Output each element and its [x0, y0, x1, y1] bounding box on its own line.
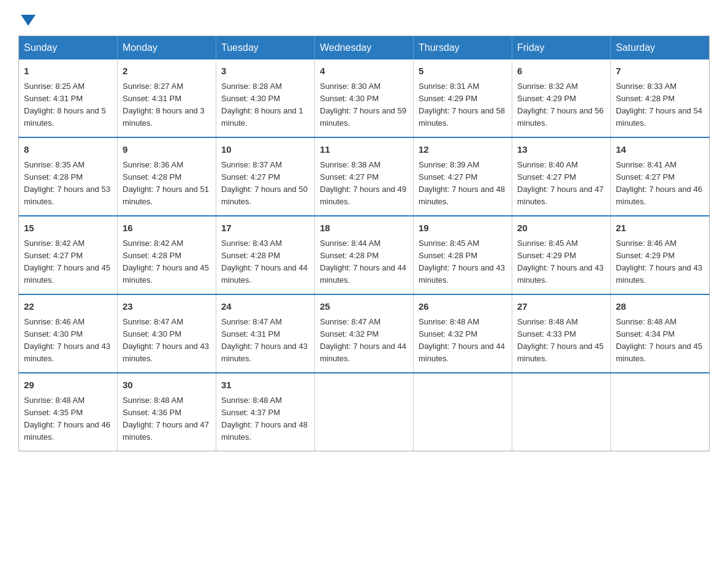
calendar-cell: 16Sunrise: 8:42 AMSunset: 4:28 PMDayligh…	[118, 216, 216, 294]
calendar-cell: 7Sunrise: 8:33 AMSunset: 4:28 PMDaylight…	[611, 59, 710, 137]
day-number: 20	[517, 221, 605, 236]
day-number: 21	[616, 221, 704, 236]
calendar-table: SundayMondayTuesdayWednesdayThursdayFrid…	[18, 36, 710, 451]
day-number: 10	[221, 143, 309, 157]
day-number: 11	[320, 143, 408, 157]
day-number: 7	[616, 64, 704, 79]
day-info: Sunrise: 8:28 AMSunset: 4:30 PMDaylight:…	[221, 82, 303, 128]
calendar-cell: 18Sunrise: 8:44 AMSunset: 4:28 PMDayligh…	[315, 216, 414, 294]
day-info: Sunrise: 8:30 AMSunset: 4:30 PMDaylight:…	[320, 82, 406, 128]
calendar-week-row: 8Sunrise: 8:35 AMSunset: 4:28 PMDaylight…	[19, 137, 710, 216]
day-info: Sunrise: 8:41 AMSunset: 4:27 PMDaylight:…	[616, 160, 702, 206]
day-info: Sunrise: 8:38 AMSunset: 4:27 PMDaylight:…	[320, 160, 406, 206]
calendar-cell: 29Sunrise: 8:48 AMSunset: 4:35 PMDayligh…	[19, 373, 118, 451]
day-number: 18	[320, 221, 408, 236]
calendar-cell: 10Sunrise: 8:37 AMSunset: 4:27 PMDayligh…	[216, 137, 315, 216]
day-number: 26	[419, 300, 507, 314]
day-info: Sunrise: 8:37 AMSunset: 4:27 PMDaylight:…	[221, 160, 308, 206]
day-number: 22	[24, 300, 112, 314]
day-info: Sunrise: 8:40 AMSunset: 4:27 PMDaylight:…	[517, 160, 604, 206]
day-number: 2	[123, 64, 211, 79]
day-info: Sunrise: 8:39 AMSunset: 4:27 PMDaylight:…	[419, 160, 505, 206]
calendar-cell: 15Sunrise: 8:42 AMSunset: 4:27 PMDayligh…	[19, 216, 118, 294]
calendar-cell: 2Sunrise: 8:27 AMSunset: 4:31 PMDaylight…	[118, 59, 216, 137]
calendar-cell: 23Sunrise: 8:47 AMSunset: 4:30 PMDayligh…	[118, 294, 216, 373]
day-info: Sunrise: 8:36 AMSunset: 4:28 PMDaylight:…	[123, 160, 209, 206]
day-number: 6	[517, 64, 605, 79]
col-header-tuesday: Tuesday	[216, 36, 315, 60]
logo	[18, 12, 36, 23]
day-info: Sunrise: 8:48 AMSunset: 4:37 PMDaylight:…	[221, 396, 308, 442]
day-number: 13	[517, 143, 605, 157]
calendar-cell: 21Sunrise: 8:46 AMSunset: 4:29 PMDayligh…	[611, 216, 710, 294]
day-info: Sunrise: 8:31 AMSunset: 4:29 PMDaylight:…	[419, 82, 505, 128]
calendar-cell: 25Sunrise: 8:47 AMSunset: 4:32 PMDayligh…	[315, 294, 414, 373]
calendar-cell: 27Sunrise: 8:48 AMSunset: 4:33 PMDayligh…	[512, 294, 611, 373]
day-info: Sunrise: 8:35 AMSunset: 4:28 PMDaylight:…	[24, 160, 110, 206]
day-number: 8	[24, 143, 112, 157]
day-info: Sunrise: 8:45 AMSunset: 4:29 PMDaylight:…	[517, 239, 604, 285]
day-info: Sunrise: 8:33 AMSunset: 4:28 PMDaylight:…	[616, 82, 702, 128]
day-number: 29	[24, 378, 112, 393]
day-number: 16	[123, 221, 211, 236]
calendar-cell: 1Sunrise: 8:25 AMSunset: 4:31 PMDaylight…	[19, 59, 118, 137]
calendar-cell: 26Sunrise: 8:48 AMSunset: 4:32 PMDayligh…	[414, 294, 512, 373]
day-info: Sunrise: 8:47 AMSunset: 4:30 PMDaylight:…	[123, 317, 209, 363]
day-info: Sunrise: 8:32 AMSunset: 4:29 PMDaylight:…	[517, 82, 604, 128]
calendar-cell: 24Sunrise: 8:47 AMSunset: 4:31 PMDayligh…	[216, 294, 315, 373]
day-number: 28	[616, 300, 704, 314]
day-info: Sunrise: 8:27 AMSunset: 4:31 PMDaylight:…	[123, 82, 205, 128]
day-number: 30	[123, 378, 211, 393]
day-number: 5	[419, 64, 507, 79]
calendar-cell: 22Sunrise: 8:46 AMSunset: 4:30 PMDayligh…	[19, 294, 118, 373]
day-number: 15	[24, 221, 112, 236]
calendar-cell: 13Sunrise: 8:40 AMSunset: 4:27 PMDayligh…	[512, 137, 611, 216]
day-info: Sunrise: 8:48 AMSunset: 4:33 PMDaylight:…	[517, 317, 604, 363]
calendar-week-row: 15Sunrise: 8:42 AMSunset: 4:27 PMDayligh…	[19, 216, 710, 294]
calendar-cell	[512, 373, 611, 451]
day-number: 31	[221, 378, 309, 393]
calendar-cell: 8Sunrise: 8:35 AMSunset: 4:28 PMDaylight…	[19, 137, 118, 216]
day-info: Sunrise: 8:48 AMSunset: 4:35 PMDaylight:…	[24, 396, 110, 442]
calendar-cell: 4Sunrise: 8:30 AMSunset: 4:30 PMDaylight…	[315, 59, 414, 137]
day-number: 1	[24, 64, 112, 79]
day-number: 19	[419, 221, 507, 236]
day-info: Sunrise: 8:48 AMSunset: 4:32 PMDaylight:…	[419, 317, 505, 363]
day-info: Sunrise: 8:45 AMSunset: 4:28 PMDaylight:…	[419, 239, 505, 285]
day-info: Sunrise: 8:42 AMSunset: 4:28 PMDaylight:…	[123, 239, 209, 285]
day-info: Sunrise: 8:44 AMSunset: 4:28 PMDaylight:…	[320, 239, 406, 285]
calendar-cell: 5Sunrise: 8:31 AMSunset: 4:29 PMDaylight…	[414, 59, 512, 137]
day-info: Sunrise: 8:46 AMSunset: 4:29 PMDaylight:…	[616, 239, 702, 285]
day-number: 27	[517, 300, 605, 314]
calendar-week-row: 29Sunrise: 8:48 AMSunset: 4:35 PMDayligh…	[19, 373, 710, 451]
day-number: 9	[123, 143, 211, 157]
day-number: 14	[616, 143, 704, 157]
col-header-sunday: Sunday	[19, 36, 118, 60]
col-header-saturday: Saturday	[611, 36, 710, 60]
calendar-cell	[611, 373, 710, 451]
day-number: 3	[221, 64, 309, 79]
day-info: Sunrise: 8:47 AMSunset: 4:31 PMDaylight:…	[221, 317, 308, 363]
day-info: Sunrise: 8:47 AMSunset: 4:32 PMDaylight:…	[320, 317, 406, 363]
calendar-cell	[315, 373, 414, 451]
calendar-cell: 17Sunrise: 8:43 AMSunset: 4:28 PMDayligh…	[216, 216, 315, 294]
calendar-cell: 9Sunrise: 8:36 AMSunset: 4:28 PMDaylight…	[118, 137, 216, 216]
day-info: Sunrise: 8:46 AMSunset: 4:30 PMDaylight:…	[24, 317, 110, 363]
day-info: Sunrise: 8:42 AMSunset: 4:27 PMDaylight:…	[24, 239, 110, 285]
day-number: 12	[419, 143, 507, 157]
page-header	[18, 12, 710, 23]
col-header-wednesday: Wednesday	[315, 36, 414, 60]
logo-arrow-icon	[21, 15, 36, 26]
calendar-cell: 20Sunrise: 8:45 AMSunset: 4:29 PMDayligh…	[512, 216, 611, 294]
calendar-cell: 31Sunrise: 8:48 AMSunset: 4:37 PMDayligh…	[216, 373, 315, 451]
calendar-header-row: SundayMondayTuesdayWednesdayThursdayFrid…	[19, 36, 710, 60]
calendar-week-row: 22Sunrise: 8:46 AMSunset: 4:30 PMDayligh…	[19, 294, 710, 373]
calendar-cell: 11Sunrise: 8:38 AMSunset: 4:27 PMDayligh…	[315, 137, 414, 216]
col-header-thursday: Thursday	[414, 36, 512, 60]
day-number: 17	[221, 221, 309, 236]
day-info: Sunrise: 8:43 AMSunset: 4:28 PMDaylight:…	[221, 239, 308, 285]
calendar-cell: 28Sunrise: 8:48 AMSunset: 4:34 PMDayligh…	[611, 294, 710, 373]
col-header-friday: Friday	[512, 36, 611, 60]
day-number: 23	[123, 300, 211, 314]
calendar-week-row: 1Sunrise: 8:25 AMSunset: 4:31 PMDaylight…	[19, 59, 710, 137]
